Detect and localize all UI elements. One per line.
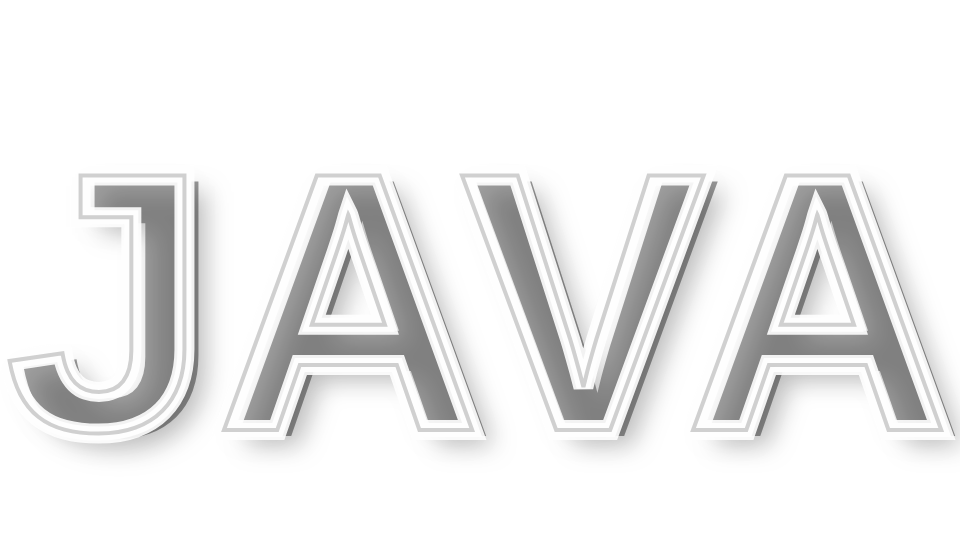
svg-text:JAVA: JAVA — [4, 95, 956, 508]
scene: void cotFile(final SyntaxNo n) thro Code… — [0, 0, 960, 542]
java-logo-svg: JAVA JAVA JAVA JAVA JAVA JAVA — [0, 0, 960, 542]
